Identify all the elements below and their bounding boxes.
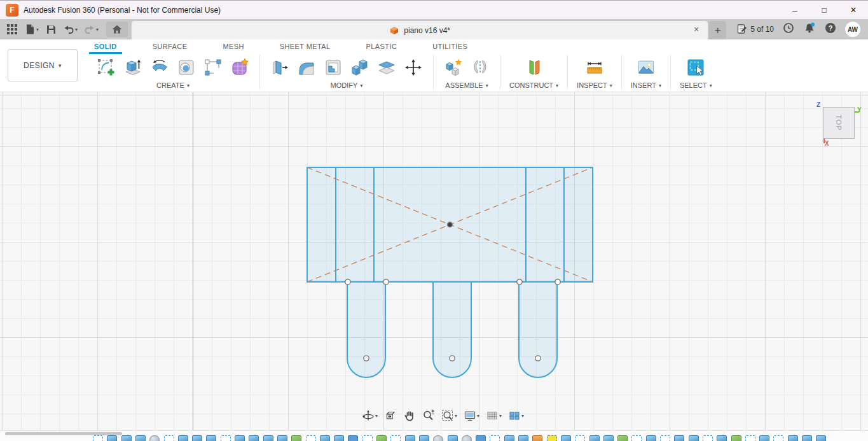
timeline-feature-extrude[interactable]	[263, 435, 273, 441]
combine-icon[interactable]	[349, 55, 371, 80]
tab-solid[interactable]: SOLID	[89, 39, 122, 54]
zoom-icon[interactable]	[420, 408, 437, 423]
timeline-feature-sketch[interactable]	[490, 435, 500, 441]
timeline-feature-extrude[interactable]	[178, 435, 188, 441]
fit-icon[interactable]: ▾	[439, 408, 459, 423]
timeline-feature-revolve[interactable]	[462, 435, 472, 441]
group-label-assemble[interactable]: ASSEMBLE▾	[445, 81, 488, 89]
workspace-selector[interactable]: DESIGN ▾	[8, 49, 78, 81]
timeline-feature-sketch[interactable]	[221, 435, 231, 441]
timeline-feature-extrude[interactable]	[235, 435, 245, 441]
pan-icon[interactable]	[401, 408, 418, 423]
timeline-feature-extrude[interactable]	[277, 435, 287, 441]
create-sketch-icon[interactable]	[95, 55, 117, 80]
group-label-construct[interactable]: CONSTRUCT▾	[509, 81, 558, 89]
view-cube[interactable]: TOP	[823, 107, 855, 139]
tab-sheet-metal[interactable]: SHEET METAL	[275, 39, 336, 54]
construct-plane-icon[interactable]	[523, 55, 545, 80]
timeline-feature-revolve[interactable]	[433, 435, 443, 441]
sketch-geometry[interactable]	[0, 92, 868, 430]
timeline-feature-form[interactable]	[617, 435, 628, 441]
save-button[interactable]	[44, 22, 58, 36]
timeline-feature-extrude[interactable]	[135, 435, 146, 441]
new-component-icon[interactable]	[443, 55, 464, 80]
job-status-button[interactable]: 5 of 10	[736, 24, 774, 35]
timeline-feature-extrude[interactable]	[603, 435, 614, 441]
tab-plastic[interactable]: PLASTIC	[361, 39, 403, 54]
timeline-feature-form[interactable]	[376, 435, 387, 441]
timeline-feature-extrude[interactable]	[107, 435, 117, 441]
timeline-feature-extrude[interactable]	[504, 435, 514, 441]
group-label-inspect[interactable]: INSPECT▾	[577, 81, 612, 89]
measure-icon[interactable]	[584, 55, 605, 80]
shell-icon[interactable]	[322, 55, 344, 80]
center-point[interactable]	[448, 222, 453, 227]
timeline-feature-sketch[interactable]	[362, 435, 373, 441]
orbit-icon[interactable]: ▾	[360, 408, 380, 423]
timeline-feature-extrude[interactable]	[192, 435, 202, 441]
timeline-feature-extrude[interactable]	[448, 435, 458, 441]
form-icon[interactable]	[229, 55, 251, 80]
sketch-tab[interactable]	[519, 282, 557, 377]
timeline-feature-extrude[interactable]	[405, 435, 415, 441]
timeline-feature-form[interactable]	[291, 435, 301, 441]
extrude-icon[interactable]	[122, 55, 144, 80]
timeline-feature-extrude[interactable]	[249, 435, 259, 441]
timeline-feature-sketch[interactable]	[306, 435, 316, 441]
tab-utilities[interactable]: UTILITIES	[427, 39, 472, 54]
timeline-feature-extrude[interactable]	[206, 435, 216, 441]
timeline-feature-extrude[interactable]	[816, 435, 826, 441]
timeline-feature-extrude[interactable]	[121, 435, 132, 441]
close-button[interactable]: ×	[839, 1, 868, 19]
history-clock-icon[interactable]	[782, 22, 795, 37]
model-canvas[interactable]: TOP Z Y X ▾ ▾ ▾ ▾	[0, 92, 868, 430]
redo-button[interactable]: ▾	[83, 22, 100, 36]
group-label-insert[interactable]: INSERT▾	[631, 81, 661, 89]
timeline-feature-extrude[interactable]	[589, 435, 600, 441]
timeline-feature-extrude[interactable]	[320, 435, 330, 441]
sketch-tab[interactable]	[347, 282, 385, 377]
group-label-select[interactable]: SELECT▾	[680, 81, 712, 89]
document-tab-close-icon[interactable]: ×	[691, 24, 701, 34]
hole-icon[interactable]	[176, 55, 197, 80]
timeline-feature-extrude[interactable]	[518, 435, 528, 441]
timeline-feature-extrude-flat[interactable]	[476, 435, 486, 441]
home-button[interactable]	[106, 22, 128, 37]
timeline-feature-extrude-flat[interactable]	[348, 435, 358, 441]
tab-mesh[interactable]: MESH	[217, 39, 249, 54]
fillet-icon[interactable]	[296, 55, 317, 80]
timeline-feature-extrude[interactable]	[759, 435, 769, 441]
help-icon[interactable]: ?	[824, 22, 837, 37]
document-tab[interactable]: piano v16 v4* ×	[132, 21, 708, 39]
timeline-feature-extrude[interactable]	[788, 435, 798, 441]
app-grid-icon[interactable]	[5, 22, 19, 36]
tab-surface[interactable]: SURFACE	[148, 39, 193, 54]
undo-button[interactable]: ▾	[62, 22, 79, 36]
notifications-bell-icon[interactable]	[803, 22, 816, 37]
timeline-feature-hole[interactable]	[532, 435, 542, 441]
joint-icon[interactable]	[469, 55, 491, 80]
timeline-feature-sketch[interactable]	[390, 435, 401, 441]
minimize-button[interactable]: –	[780, 1, 809, 19]
timeline-feature-sketch-active[interactable]	[547, 435, 557, 441]
timeline-feature-extrude[interactable]	[646, 435, 656, 441]
sketch-tab[interactable]	[433, 282, 471, 377]
timeline-feature-extrude[interactable]	[689, 435, 699, 441]
move-icon[interactable]	[403, 55, 424, 80]
look-at-icon[interactable]	[382, 408, 399, 423]
new-tab-button[interactable]: +	[709, 21, 726, 39]
user-avatar[interactable]: AW	[845, 22, 860, 37]
timeline-feature-form[interactable]	[731, 435, 741, 441]
timeline-feature-sketch[interactable]	[773, 435, 783, 441]
timeline-feature-revolve[interactable]	[149, 435, 160, 441]
select-icon[interactable]	[685, 55, 706, 80]
timeline-feature-extrude[interactable]	[717, 435, 727, 441]
viewports-icon[interactable]: ▾	[506, 408, 526, 423]
display-settings-icon[interactable]: ▾	[462, 408, 481, 423]
timeline-feature-sketch[interactable]	[164, 435, 174, 441]
timeline-feature-extrude[interactable]	[802, 435, 812, 441]
timeline-feature-sketch[interactable]	[93, 435, 103, 441]
revolve-icon[interactable]	[149, 55, 170, 80]
timeline-feature-sketch[interactable]	[745, 435, 755, 441]
timeline-feature-sketch[interactable]	[660, 435, 670, 441]
